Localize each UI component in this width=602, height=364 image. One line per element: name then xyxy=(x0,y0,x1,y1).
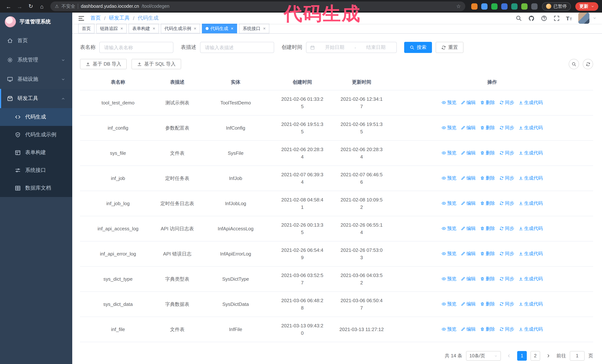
action-preview[interactable]: 预览 xyxy=(441,251,456,257)
action-generate-code[interactable]: 生成代码 xyxy=(519,100,543,106)
user-avatar[interactable] xyxy=(578,13,589,24)
import-sql-button[interactable]: 基于 SQL 导入 xyxy=(132,59,181,69)
page-button-1[interactable]: 1 xyxy=(517,351,527,361)
search-button[interactable]: 搜索 xyxy=(404,42,432,53)
table-name-input[interactable] xyxy=(99,42,173,53)
extension-puzzle-icon[interactable] xyxy=(531,3,538,10)
action-generate-code[interactable]: 生成代码 xyxy=(519,276,543,282)
refresh-button[interactable] xyxy=(583,59,593,69)
question-icon[interactable] xyxy=(541,15,547,21)
toggle-search-button[interactable] xyxy=(569,59,579,69)
action-generate-code[interactable]: 生成代码 xyxy=(519,326,543,333)
breadcrumb-home[interactable]: 首页 xyxy=(90,15,101,21)
extension-leaf-icon[interactable] xyxy=(521,3,527,10)
sidebar-item-database-doc[interactable]: 数据库文档 xyxy=(0,179,72,197)
page-size-select[interactable]: 10条/页 xyxy=(466,351,501,361)
action-delete[interactable]: 删除 xyxy=(480,100,495,106)
action-edit[interactable]: 编辑 xyxy=(461,226,476,232)
page-button-2[interactable]: 2 xyxy=(530,351,540,361)
sidebar-item-system-management[interactable]: 系统管理 xyxy=(0,50,72,70)
action-sync[interactable]: 同步 xyxy=(499,100,514,106)
tab-codegen-example[interactable]: 代码生成示例 × xyxy=(161,24,200,33)
action-sync[interactable]: 同步 xyxy=(499,326,514,333)
action-preview[interactable]: 预览 xyxy=(441,100,456,106)
action-edit[interactable]: 编辑 xyxy=(461,150,476,156)
action-delete[interactable]: 删除 xyxy=(480,200,495,207)
close-icon[interactable]: × xyxy=(153,26,155,31)
sidebar-item-dev-tools[interactable]: 研发工具 xyxy=(0,89,72,108)
action-preview[interactable]: 预览 xyxy=(441,125,456,131)
action-preview[interactable]: 预览 xyxy=(441,226,456,232)
extension-fox-icon[interactable] xyxy=(471,3,478,10)
browser-home-button[interactable]: ⌂ xyxy=(37,1,47,11)
action-delete[interactable]: 删除 xyxy=(480,276,495,282)
action-delete[interactable]: 删除 xyxy=(480,326,495,333)
github-icon[interactable] xyxy=(528,15,534,21)
sidebar-item-code-generation[interactable]: 代码生成 xyxy=(0,108,72,126)
extension-blue-drop-icon[interactable] xyxy=(481,3,487,10)
action-edit[interactable]: 编辑 xyxy=(461,251,476,257)
action-edit[interactable]: 编辑 xyxy=(461,326,476,333)
sidebar-item-code-generation-example[interactable]: 代码生成示例 xyxy=(0,126,72,144)
action-generate-code[interactable]: 生成代码 xyxy=(519,175,543,181)
next-page-button[interactable] xyxy=(544,351,553,360)
breadcrumb-dev-tools[interactable]: 研发工具 xyxy=(109,15,130,21)
action-preview[interactable]: 预览 xyxy=(441,175,456,181)
tab-system-api[interactable]: 系统接口 × xyxy=(239,24,269,33)
action-edit[interactable]: 编辑 xyxy=(461,100,476,106)
close-icon[interactable]: × xyxy=(120,26,123,31)
action-sync[interactable]: 同步 xyxy=(499,251,514,257)
action-edit[interactable]: 编辑 xyxy=(461,175,476,181)
table-desc-input[interactable] xyxy=(200,42,274,53)
action-generate-code[interactable]: 生成代码 xyxy=(519,125,543,131)
search-icon[interactable] xyxy=(516,15,522,21)
action-sync[interactable]: 同步 xyxy=(499,301,514,307)
action-generate-code[interactable]: 生成代码 xyxy=(519,301,543,307)
tab-form-builder[interactable]: 表单构建 × xyxy=(129,24,159,33)
sidebar-item-form-builder[interactable]: 表单构建 xyxy=(0,144,72,161)
action-generate-code[interactable]: 生成代码 xyxy=(519,251,543,257)
action-delete[interactable]: 删除 xyxy=(480,301,495,307)
date-range-picker[interactable]: 开始日期 - 结束日期 xyxy=(306,42,397,53)
paused-extension-badge[interactable]: 已暂停 xyxy=(542,2,571,10)
action-sync[interactable]: 同步 xyxy=(499,226,514,232)
action-delete[interactable]: 删除 xyxy=(480,150,495,156)
chevron-down-icon[interactable] xyxy=(593,16,596,20)
fullscreen-icon[interactable] xyxy=(553,15,559,21)
browser-reload-button[interactable]: ↻ xyxy=(26,1,36,11)
action-sync[interactable]: 同步 xyxy=(499,276,514,282)
action-sync[interactable]: 同步 xyxy=(499,150,514,156)
extension-people-icon[interactable] xyxy=(501,3,507,10)
action-edit[interactable]: 编辑 xyxy=(461,200,476,207)
browser-update-button[interactable]: 更新 xyxy=(575,2,598,10)
tab-codegen[interactable]: 代码生成 × xyxy=(202,24,237,33)
sidebar-item-system-api[interactable]: 系统接口 xyxy=(0,161,72,179)
sidebar-item-infrastructure[interactable]: 基础设施 xyxy=(0,70,72,89)
action-sync[interactable]: 同步 xyxy=(499,200,514,207)
action-edit[interactable]: 编辑 xyxy=(461,125,476,131)
prev-page-button[interactable] xyxy=(505,351,514,360)
action-delete[interactable]: 删除 xyxy=(480,226,495,232)
font-size-icon[interactable]: TT xyxy=(566,15,572,21)
browser-back-button[interactable]: ← xyxy=(4,1,13,11)
hamburger-icon[interactable] xyxy=(78,15,85,22)
action-sync[interactable]: 同步 xyxy=(499,125,514,131)
import-db-button[interactable]: 基于 DB 导入 xyxy=(80,59,127,69)
action-delete[interactable]: 删除 xyxy=(480,175,495,181)
action-preview[interactable]: 预览 xyxy=(441,276,456,282)
address-bar[interactable]: ⚠ 不安全 dashboard.yudao.iocoder.cn/tool/co… xyxy=(50,1,465,11)
reset-button[interactable]: 重置 xyxy=(436,42,463,53)
tab-home[interactable]: 首页 xyxy=(78,24,95,33)
close-icon[interactable]: × xyxy=(263,26,266,31)
action-generate-code[interactable]: 生成代码 xyxy=(519,200,543,207)
extension-green-circle-icon[interactable] xyxy=(491,3,497,10)
action-edit[interactable]: 编辑 xyxy=(461,276,476,282)
action-generate-code[interactable]: 生成代码 xyxy=(519,226,543,232)
action-preview[interactable]: 预览 xyxy=(441,150,456,156)
action-preview[interactable]: 预览 xyxy=(441,200,456,207)
action-preview[interactable]: 预览 xyxy=(441,326,456,333)
bookmark-star-icon[interactable]: ☆ xyxy=(456,3,461,9)
action-preview[interactable]: 预览 xyxy=(441,301,456,307)
close-icon[interactable]: × xyxy=(194,26,196,31)
close-icon[interactable]: × xyxy=(231,26,233,31)
